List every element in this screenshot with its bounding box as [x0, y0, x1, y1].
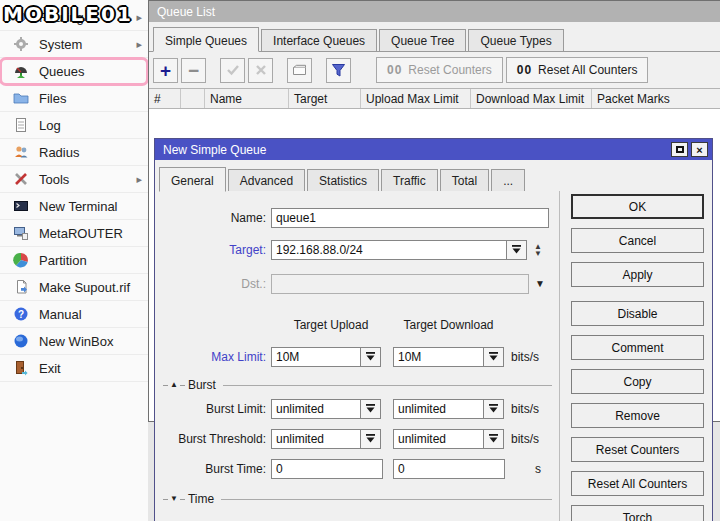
tab-general[interactable]: General	[159, 167, 226, 192]
tab-more[interactable]: ...	[491, 169, 525, 191]
burst-limit-unit: bits/s	[511, 402, 539, 416]
minus-icon: −	[188, 61, 199, 80]
pie-partition-icon	[13, 252, 31, 268]
sidebar-item-radius[interactable]: Radius	[0, 139, 148, 166]
target-dropdown-button[interactable]	[507, 240, 527, 260]
close-button[interactable]: ×	[691, 142, 708, 157]
tab-total[interactable]: Total	[440, 169, 489, 191]
comment-button-dialog[interactable]: Comment	[571, 335, 704, 360]
reset-counters-prefix: 00	[387, 63, 402, 77]
maximize-button[interactable]	[671, 142, 688, 157]
queues-gauge-icon	[13, 63, 31, 79]
sidebar-item-metarouter[interactable]: MetaROUTER	[0, 220, 148, 247]
target-add-remove-spinner[interactable]: ▲ ▼	[531, 240, 545, 260]
burst-limit-label: Burst Limit:	[159, 402, 266, 416]
reset-all-counters-button[interactable]: 00 Reset All Counters	[506, 57, 649, 83]
folder-icon	[13, 90, 31, 106]
ok-button[interactable]: OK	[571, 194, 704, 219]
collapse-up-icon: ▲	[170, 381, 178, 389]
sidebar-item-make-supout[interactable]: Make Supout.rif	[0, 274, 148, 301]
users-icon	[13, 144, 31, 160]
reset-counters-button-dialog[interactable]: Reset Counters	[571, 437, 704, 462]
burst-threshold-download-dropdown[interactable]	[484, 429, 504, 449]
sidebar-item-label: Queues	[39, 64, 85, 79]
sidebar-item-log[interactable]: Log	[0, 112, 148, 139]
burst-limit-upload-dropdown[interactable]	[361, 399, 381, 419]
sidebar-item-queues[interactable]: Queues	[0, 58, 148, 85]
comment-icon	[292, 64, 307, 76]
sidebar: Routing ▸ System ▸	[0, 0, 148, 521]
column-header-number[interactable]: #	[149, 89, 181, 108]
queue-list-tabbar: Simple Queues Interface Queues Queue Tre…	[149, 22, 720, 52]
burst-section-header[interactable]: ▲ Burst	[163, 378, 552, 392]
sidebar-item-new-terminal[interactable]: New Terminal	[0, 193, 148, 220]
burst-time-unit: s	[535, 462, 541, 476]
cancel-button[interactable]: Cancel	[571, 228, 704, 253]
reset-counters-button[interactable]: 00 Reset Counters	[376, 57, 503, 83]
burst-time-download-input[interactable]	[393, 459, 505, 479]
dialog-titlebar[interactable]: New Simple Queue ×	[155, 139, 712, 160]
column-header-upload-max-limit[interactable]: Upload Max Limit	[361, 89, 471, 108]
remove-button[interactable]: −	[181, 58, 206, 83]
tab-interface-queues[interactable]: Interface Queues	[261, 29, 377, 51]
exit-door-icon	[13, 360, 31, 376]
sidebar-item-label: Files	[39, 91, 66, 106]
torch-button[interactable]: Torch	[571, 505, 704, 521]
time-section-header[interactable]: ▼ Time	[163, 492, 552, 506]
sidebar-item-manual[interactable]: ? Manual	[0, 301, 148, 328]
name-input[interactable]	[271, 208, 549, 228]
mobile01-logo: MOBILE01	[3, 2, 133, 26]
sidebar-item-partition[interactable]: Partition	[0, 247, 148, 274]
disable-button-dialog[interactable]: Disable	[571, 301, 704, 326]
burst-time-label: Burst Time:	[159, 462, 266, 476]
reset-all-counters-button-dialog[interactable]: Reset All Counters	[571, 471, 704, 496]
sidebar-item-files[interactable]: Files	[0, 85, 148, 112]
burst-threshold-upload-input[interactable]	[271, 429, 361, 449]
sidebar-item-new-winbox[interactable]: New WinBox	[0, 328, 148, 355]
globe-icon	[13, 333, 31, 349]
tab-queue-types[interactable]: Queue Types	[468, 29, 563, 51]
burst-limit-download-dropdown[interactable]	[484, 399, 504, 419]
max-limit-upload-input[interactable]	[271, 347, 361, 367]
column-header-download-max-limit[interactable]: Download Max Limit	[471, 89, 592, 108]
tab-statistics[interactable]: Statistics	[307, 169, 379, 191]
reset-all-counters-label: Reset All Counters	[538, 63, 637, 77]
column-header-name[interactable]: Name	[205, 89, 289, 108]
burst-threshold-upload-dropdown[interactable]	[361, 429, 381, 449]
comment-button[interactable]	[287, 58, 312, 83]
remove-button-dialog[interactable]: Remove	[571, 403, 704, 428]
tab-advanced[interactable]: Advanced	[228, 169, 305, 191]
reset-counters-label: Reset Counters	[408, 63, 491, 77]
enable-button[interactable]	[220, 58, 245, 83]
tab-simple-queues[interactable]: Simple Queues	[153, 27, 259, 52]
tab-traffic[interactable]: Traffic	[381, 169, 438, 191]
queue-list-titlebar[interactable]: Queue List	[149, 1, 720, 22]
filter-button[interactable]	[326, 58, 351, 83]
sidebar-item-label: Tools	[39, 172, 69, 187]
max-limit-download-input[interactable]	[393, 347, 484, 367]
tab-queue-tree[interactable]: Queue Tree	[379, 29, 466, 51]
max-limit-download-dropdown[interactable]	[484, 347, 504, 367]
sidebar-item-tools[interactable]: Tools ▸	[0, 166, 148, 193]
max-limit-upload-dropdown[interactable]	[361, 347, 381, 367]
sidebar-item-system[interactable]: System ▸	[0, 31, 148, 58]
burst-limit-upload-input[interactable]	[271, 399, 361, 419]
target-input[interactable]	[271, 240, 507, 260]
disable-button[interactable]	[248, 58, 273, 83]
new-simple-queue-dialog: New Simple Queue × General Advanced Stat…	[154, 138, 713, 521]
dialog-tabbar: General Advanced Statistics Traffic Tota…	[155, 161, 712, 191]
add-button[interactable]: +	[153, 58, 178, 83]
dst-dropdown-caret-icon[interactable]: ▼	[535, 278, 545, 289]
copy-button[interactable]: Copy	[571, 369, 704, 394]
sidebar-item-label: Exit	[39, 361, 61, 376]
burst-threshold-download-input[interactable]	[393, 429, 484, 449]
column-header-target[interactable]: Target	[289, 89, 361, 108]
sidebar-item-label: New Terminal	[39, 199, 118, 214]
target-download-header: Target Download	[393, 318, 504, 332]
burst-time-upload-input[interactable]	[271, 459, 383, 479]
burst-limit-download-input[interactable]	[393, 399, 484, 419]
sidebar-item-exit[interactable]: Exit	[0, 355, 148, 382]
column-header-flags[interactable]	[181, 89, 205, 108]
apply-button[interactable]: Apply	[571, 262, 704, 287]
column-header-packet-marks[interactable]: Packet Marks	[592, 89, 720, 108]
